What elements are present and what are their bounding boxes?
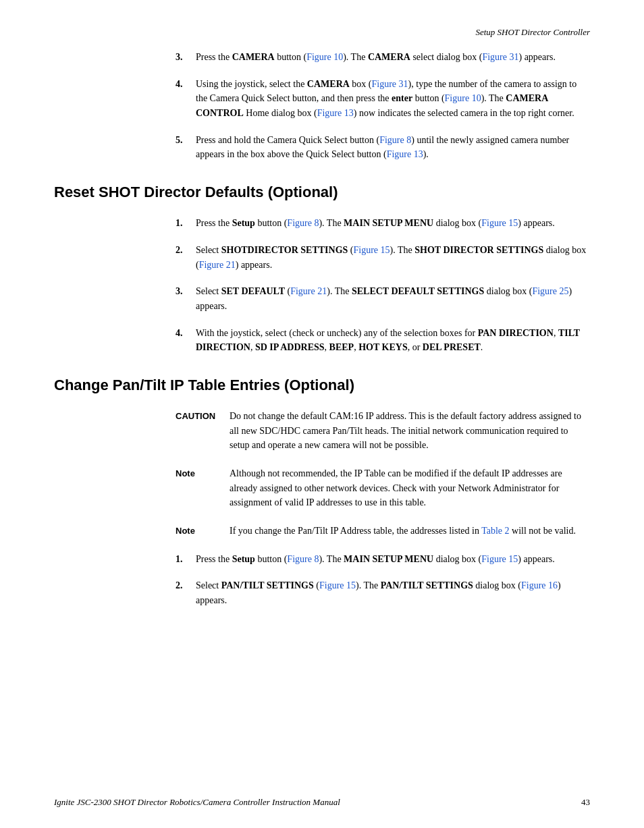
step-4-link3[interactable]: Figure 13 xyxy=(317,108,354,118)
page-header: Setup SHOT Director Controller xyxy=(0,27,644,50)
s2-step-3: 3. Select SET DEFAULT (Figure 21). The S… xyxy=(176,284,590,313)
section3-step-list: 1. Press the Setup button (Figure 8). Th… xyxy=(176,552,590,608)
s2-step-4: 4. With the joystick, select (check or u… xyxy=(176,326,590,355)
step-3-number: 3. xyxy=(176,50,196,65)
s2-s4-bold1: PAN DIRECTION xyxy=(478,328,554,338)
step-5-number: 5. xyxy=(176,133,196,162)
section3-content: CAUTION Do not change the default CAM:16… xyxy=(0,409,644,608)
s3-step-2-text: Select PAN/TILT SETTINGS (Figure 15). Th… xyxy=(196,578,590,607)
s2-s1-link2[interactable]: Figure 15 xyxy=(481,218,518,228)
section2-step-list: 1. Press the Setup button (Figure 8). Th… xyxy=(176,216,590,355)
step-4-link1[interactable]: Figure 31 xyxy=(372,79,408,89)
s2-step-1-number: 1. xyxy=(176,216,196,231)
s3-step-1-number: 1. xyxy=(176,552,196,567)
note1-block: Note Although not recommended, the IP Ta… xyxy=(176,466,590,510)
step-4-link2[interactable]: Figure 10 xyxy=(445,93,481,103)
s3-s2-bold2: PAN/TILT SETTINGS xyxy=(381,580,473,590)
note2-label: Note xyxy=(176,524,230,539)
section3-heading: Change Pan/Tilt IP Table Entries (Option… xyxy=(0,377,644,394)
step-3-text: Press the CAMERA button (Figure 10). The… xyxy=(196,50,590,65)
s2-step-2-text: Select SHOTDIRECTOR SETTINGS (Figure 15)… xyxy=(196,243,590,272)
note1-label: Note xyxy=(176,466,230,510)
caution-block: CAUTION Do not change the default CAM:16… xyxy=(176,409,590,453)
section2-heading: Reset SHOT Director Defaults (Optional) xyxy=(0,184,644,201)
step-3: 3. Press the CAMERA button (Figure 10). … xyxy=(176,50,590,65)
note1-text: Although not recommended, the IP Table c… xyxy=(230,466,590,510)
s2-s1-link1[interactable]: Figure 8 xyxy=(287,218,319,228)
s2-s4-bold3: SD IP ADDRESS xyxy=(255,342,325,352)
step-5: 5. Press and hold the Camera Quick Selec… xyxy=(176,133,590,162)
s2-s4-bold4: BEEP xyxy=(329,342,354,352)
step-5-text: Press and hold the Camera Quick Select b… xyxy=(196,133,590,162)
step-4-bold1: CAMERA xyxy=(307,79,350,89)
s2-step-2-number: 2. xyxy=(176,243,196,272)
step-4-number: 4. xyxy=(176,77,196,121)
s3-s2-link2[interactable]: Figure 16 xyxy=(521,580,558,590)
s2-step-1-text: Press the Setup button (Figure 8). The M… xyxy=(196,216,590,231)
s2-step-2: 2. Select SHOTDIRECTOR SETTINGS (Figure … xyxy=(176,243,590,272)
s2-step-3-text: Select SET DEFAULT (Figure 21). The SELE… xyxy=(196,284,590,313)
s2-s1-bold1: Setup xyxy=(232,218,255,228)
s2-s3-link1[interactable]: Figure 21 xyxy=(290,286,327,296)
s3-step-2-number: 2. xyxy=(176,578,196,607)
step-3-link1[interactable]: Figure 10 xyxy=(306,52,343,62)
s2-s2-bold2: SHOT DIRECTOR SETTINGS xyxy=(414,245,543,255)
footer-page-number: 43 xyxy=(581,797,590,808)
s2-s3-link2[interactable]: Figure 25 xyxy=(532,286,568,296)
s2-step-4-text: With the joystick, select (check or unch… xyxy=(196,326,590,355)
s2-step-4-number: 4. xyxy=(176,326,196,355)
s3-s1-bold1: Setup xyxy=(232,554,255,564)
step-5-link1[interactable]: Figure 8 xyxy=(379,135,411,145)
s3-step-1: 1. Press the Setup button (Figure 8). Th… xyxy=(176,552,590,567)
page-footer: Ignite JSC-2300 SHOT Director Robotics/C… xyxy=(0,797,644,808)
s2-step-1: 1. Press the Setup button (Figure 8). Th… xyxy=(176,216,590,231)
page: Setup SHOT Director Controller 3. Press … xyxy=(0,0,644,828)
s3-s1-bold2: MAIN SETUP MENU xyxy=(344,554,433,564)
s3-s1-link1[interactable]: Figure 8 xyxy=(287,554,319,564)
step-4: 4. Using the joystick, select the CAMERA… xyxy=(176,77,590,121)
caution-label: CAUTION xyxy=(176,409,230,453)
s2-step-3-number: 3. xyxy=(176,284,196,313)
table2-link[interactable]: Table 2 xyxy=(481,526,509,536)
step-3-link2[interactable]: Figure 31 xyxy=(482,52,518,62)
step-3-bold1: CAMERA xyxy=(232,52,275,62)
s3-step-1-text: Press the Setup button (Figure 8). The M… xyxy=(196,552,590,567)
note2-text: If you change the Pan/Tilt IP Address ta… xyxy=(230,524,590,539)
header-title: Setup SHOT Director Controller xyxy=(475,27,590,37)
footer-title: Ignite JSC-2300 SHOT Director Robotics/C… xyxy=(54,797,340,808)
s3-step-2: 2. Select PAN/TILT SETTINGS (Figure 15).… xyxy=(176,578,590,607)
s2-s4-bold6: DEL PRESET xyxy=(423,342,481,352)
s2-s3-bold2: SELECT DEFAULT SETTINGS xyxy=(352,286,484,296)
s3-s2-link1[interactable]: Figure 15 xyxy=(319,580,356,590)
step-4-text: Using the joystick, select the CAMERA bo… xyxy=(196,77,590,121)
step-3-bold2: CAMERA xyxy=(368,52,410,62)
s2-s2-bold1: SHOTDIRECTOR SETTINGS xyxy=(221,245,348,255)
intro-steps: 3. Press the CAMERA button (Figure 10). … xyxy=(0,50,644,162)
step-4-bold3: CAMERA CONTROL xyxy=(196,93,548,118)
s3-s1-link2[interactable]: Figure 15 xyxy=(481,554,518,564)
s2-s2-link1[interactable]: Figure 15 xyxy=(354,245,390,255)
step-5-link2[interactable]: Figure 13 xyxy=(387,149,423,159)
s2-s2-link2[interactable]: Figure 21 xyxy=(199,260,236,270)
s2-s4-bold5: HOT KEYS xyxy=(358,342,408,352)
section2-content: 1. Press the Setup button (Figure 8). Th… xyxy=(0,216,644,355)
caution-text: Do not change the default CAM:16 IP addr… xyxy=(230,409,590,453)
s2-s1-bold2: MAIN SETUP MENU xyxy=(344,218,433,228)
intro-step-list: 3. Press the CAMERA button (Figure 10). … xyxy=(176,50,590,162)
note2-block: Note If you change the Pan/Tilt IP Addre… xyxy=(176,524,590,539)
s2-s3-bold1: SET DEFAULT xyxy=(221,286,285,296)
s3-s2-bold1: PAN/TILT SETTINGS xyxy=(221,580,314,590)
step-4-bold2: enter xyxy=(392,93,412,103)
